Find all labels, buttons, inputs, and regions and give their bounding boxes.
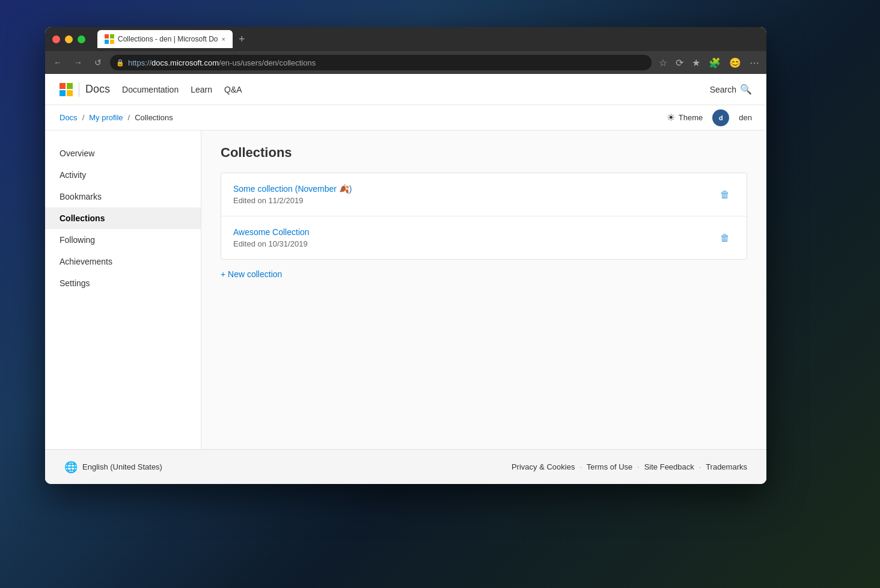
new-collection-link[interactable]: + New collection <box>221 269 747 279</box>
breadcrumb-bar: Docs / My profile / Collections ☀ Theme … <box>45 105 766 130</box>
breadcrumb-right: ☀ Theme d den <box>667 109 752 126</box>
extensions-icon[interactable]: 🧩 <box>706 55 723 71</box>
address-bar: ← → ↺ 🔒 https://docs.microsoft.com/en-us… <box>45 51 766 74</box>
main-layout: Overview Activity Bookmarks Collections … <box>45 130 766 449</box>
footer-sep: · <box>637 463 639 471</box>
collection-date: Edited on 10/31/2019 <box>233 239 310 248</box>
nav-qa[interactable]: Q&A <box>224 85 242 94</box>
username[interactable]: den <box>739 113 752 122</box>
collection-item: Awesome Collection Edited on 10/31/2019 … <box>221 216 747 259</box>
globe-icon: 🌐 <box>64 461 78 474</box>
url-domain-name: docs.microsoft.com <box>151 58 219 67</box>
tab-area: Collections - den | Microsoft Do × + <box>97 30 248 48</box>
collection-item: Some collection (November 🍂) Edited on 1… <box>221 173 747 216</box>
theme-sun-icon: ☀ <box>667 112 675 123</box>
menu-icon[interactable]: ⋯ <box>747 55 762 71</box>
footer-sep: · <box>579 463 581 471</box>
url-domain: https:// <box>128 58 151 67</box>
search-icon: 🔍 <box>740 84 752 95</box>
footer-links: Privacy & Cookies · Terms of Use · Site … <box>512 462 747 471</box>
star-icon[interactable]: ☆ <box>656 55 670 71</box>
sidebar-item-label: Overview <box>60 149 94 158</box>
toolbar-icons: ☆ ⟳ ★ 🧩 😊 ⋯ <box>656 55 762 71</box>
minimize-button[interactable] <box>65 35 73 43</box>
ms-logo: Docs <box>60 82 110 97</box>
url-text: https://docs.microsoft.com/en-us/users/d… <box>128 58 316 67</box>
sidebar-item-label: Achievements <box>60 257 112 266</box>
collection-name[interactable]: Awesome Collection <box>233 227 310 237</box>
user-avatar[interactable]: d <box>712 109 729 126</box>
reload-icon[interactable]: ⟳ <box>673 55 686 71</box>
delete-collection-button[interactable]: 🗑 <box>715 187 735 203</box>
sidebar-item-settings[interactable]: Settings <box>45 272 201 294</box>
svg-rect-2 <box>105 40 109 44</box>
back-button[interactable]: ← <box>50 55 66 70</box>
collections-card: Some collection (November 🍂) Edited on 1… <box>221 173 747 260</box>
sidebar-item-achievements[interactable]: Achievements <box>45 251 201 272</box>
breadcrumb-current: Collections <box>135 113 173 122</box>
page-content: Docs Documentation Learn Q&A Search 🔍 Do… <box>45 74 766 484</box>
tab-title: Collections - den | Microsoft Do <box>118 35 218 43</box>
breadcrumb-docs[interactable]: Docs <box>60 113 78 122</box>
footer-trademarks[interactable]: Trademarks <box>706 462 747 471</box>
site-footer: 🌐 English (United States) Privacy & Cook… <box>45 449 766 484</box>
theme-label: Theme <box>679 113 703 122</box>
collection-date: Edited on 11/2/2019 <box>233 196 352 205</box>
footer-feedback[interactable]: Site Feedback <box>644 462 694 471</box>
header-nav: Documentation Learn Q&A <box>122 85 242 94</box>
forward-button[interactable]: → <box>70 55 86 70</box>
fullscreen-button[interactable] <box>78 35 85 43</box>
header-right: Search 🔍 <box>710 84 752 95</box>
tab-close-button[interactable]: × <box>222 35 225 43</box>
collection-info: Awesome Collection Edited on 10/31/2019 <box>233 227 310 248</box>
lock-icon: 🔒 <box>116 59 124 67</box>
collection-info: Some collection (November 🍂) Edited on 1… <box>233 184 352 205</box>
breadcrumb-sep-2: / <box>128 113 130 122</box>
theme-button[interactable]: ☀ Theme <box>667 112 703 123</box>
site-header: Docs Documentation Learn Q&A Search 🔍 <box>45 74 766 105</box>
avatar-initials: d <box>719 114 723 121</box>
search-label: Search <box>710 85 736 94</box>
tab-favicon <box>105 34 114 44</box>
nav-documentation[interactable]: Documentation <box>122 85 179 94</box>
sidebar-item-collections[interactable]: Collections <box>45 207 201 229</box>
favorites-icon[interactable]: ★ <box>689 55 703 71</box>
profile-icon[interactable]: 😊 <box>727 55 744 71</box>
new-tab-button[interactable]: + <box>235 34 249 44</box>
active-tab[interactable]: Collections - den | Microsoft Do × <box>97 30 233 48</box>
sidebar-item-label: Following <box>60 235 95 245</box>
locale-text: English (United States) <box>82 462 162 471</box>
sidebar-item-label: Settings <box>60 278 90 288</box>
search-button[interactable]: Search 🔍 <box>710 84 752 95</box>
main-content: Collections Some collection (November 🍂)… <box>201 130 766 449</box>
footer-privacy[interactable]: Privacy & Cookies <box>512 462 575 471</box>
sidebar-item-bookmarks[interactable]: Bookmarks <box>45 186 201 207</box>
svg-rect-3 <box>110 40 114 44</box>
svg-rect-5 <box>67 83 73 89</box>
svg-rect-0 <box>105 34 109 38</box>
microsoft-logo-icon <box>60 83 73 96</box>
sidebar-item-following[interactable]: Following <box>45 229 201 251</box>
logo-divider <box>79 82 79 97</box>
footer-sep: · <box>699 463 701 471</box>
refresh-button[interactable]: ↺ <box>91 55 105 70</box>
svg-rect-1 <box>110 34 114 38</box>
footer-terms[interactable]: Terms of Use <box>587 462 633 471</box>
title-bar: Collections - den | Microsoft Do × + <box>45 27 766 51</box>
sidebar-item-label: Activity <box>60 170 86 180</box>
breadcrumb-profile[interactable]: My profile <box>89 113 123 122</box>
url-bar[interactable]: 🔒 https://docs.microsoft.com/en-us/users… <box>110 55 652 70</box>
svg-rect-7 <box>67 90 73 96</box>
footer-locale: 🌐 English (United States) <box>64 461 162 474</box>
sidebar: Overview Activity Bookmarks Collections … <box>45 130 201 449</box>
delete-collection-button[interactable]: 🗑 <box>715 230 735 246</box>
nav-learn[interactable]: Learn <box>191 85 212 94</box>
collection-name[interactable]: Some collection (November 🍂) <box>233 184 352 194</box>
sidebar-item-activity[interactable]: Activity <box>45 164 201 186</box>
close-button[interactable] <box>52 35 60 43</box>
sidebar-item-label: Collections <box>60 213 105 223</box>
sidebar-item-overview[interactable]: Overview <box>45 142 201 164</box>
docs-brand[interactable]: Docs <box>85 83 110 96</box>
browser-window: Collections - den | Microsoft Do × + ← →… <box>45 27 766 484</box>
sidebar-item-label: Bookmarks <box>60 192 102 201</box>
